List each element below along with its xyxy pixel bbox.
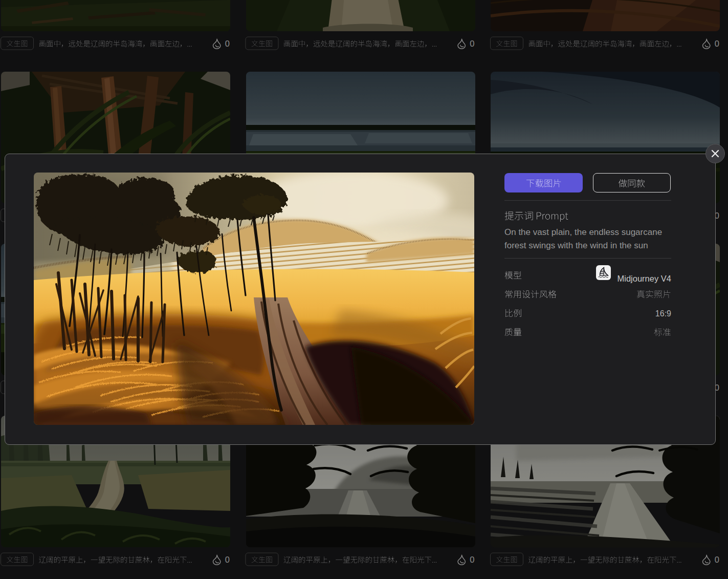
svg-text:16:9: 16:9 (655, 309, 671, 318)
svg-text:Midjourney V4: Midjourney V4 (617, 274, 671, 283)
